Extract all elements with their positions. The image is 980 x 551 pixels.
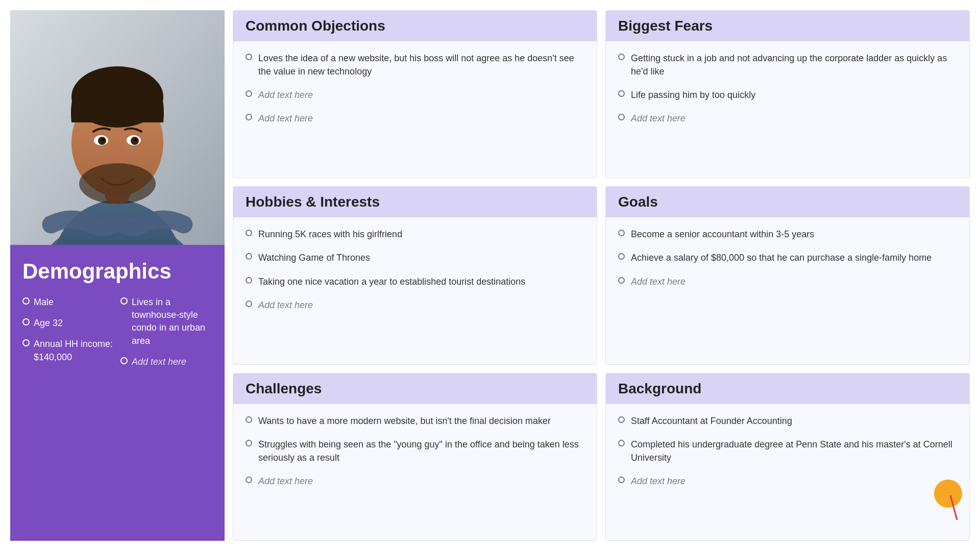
list-item: Running 5K races with his girlfriend	[246, 228, 584, 241]
bullet	[618, 114, 625, 120]
card-header-common-objections: Common Objections	[233, 11, 597, 41]
svg-point-12	[79, 163, 156, 204]
svg-point-10	[102, 138, 105, 141]
card-title-challenges: Challenges	[246, 381, 584, 397]
card-title-hobbies-interests: Hobbies & Interests	[246, 194, 584, 210]
bullet	[246, 253, 252, 260]
bullet	[246, 300, 252, 307]
bullet	[246, 90, 252, 97]
demographics-title: Demographics	[22, 259, 212, 284]
list-item: Become a senior accountant within 3-5 ye…	[618, 228, 957, 241]
bullet	[618, 440, 625, 446]
bullet	[246, 416, 252, 423]
demo-item-income: Annual HH income: $140,000	[22, 338, 114, 363]
bullet	[246, 54, 252, 60]
card-title-background: Background	[618, 381, 957, 397]
list-item: Staff Accountant at Founder Accounting	[618, 414, 957, 428]
card-hobbies-interests: Hobbies & Interests Running 5K races wit…	[233, 186, 597, 364]
card-header-goals: Goals	[606, 187, 969, 217]
bullet-add	[120, 357, 128, 364]
cursor-decoration	[934, 480, 965, 520]
bullet-income	[22, 339, 30, 346]
card-common-objections: Common Objections Loves the idea of a ne…	[233, 10, 597, 178]
cursor-circle	[934, 480, 962, 508]
cards-grid: Common Objections Loves the idea of a ne…	[233, 10, 970, 541]
card-body-biggest-fears: Getting stuck in a job and not advancing…	[606, 52, 969, 125]
card-body-challenges: Wants to have a more modern website, but…	[233, 414, 597, 488]
list-item: Taking one nice vacation a year to estab…	[246, 275, 584, 288]
list-item: Achieve a salary of $80,000 so that he c…	[618, 251, 957, 264]
bullet	[618, 477, 625, 483]
card-background: Background Staff Accountant at Founder A…	[605, 373, 970, 541]
card-body-background: Staff Accountant at Founder Accounting C…	[606, 414, 969, 488]
bullet	[618, 90, 625, 97]
card-challenges: Challenges Wants to have a more modern w…	[233, 373, 597, 541]
bullet	[246, 440, 252, 446]
demographics-box: Demographics Male Age 32 Annual HH incom…	[10, 245, 225, 535]
bullet-location	[120, 297, 128, 305]
list-item: Completed his undergraduate degree at Pe…	[618, 438, 957, 464]
demo-item-add[interactable]: Add text here	[120, 356, 212, 368]
bullet	[246, 477, 252, 483]
card-header-hobbies-interests: Hobbies & Interests	[233, 187, 597, 217]
demo-item-age: Age 32	[22, 317, 114, 330]
svg-point-11	[134, 138, 137, 141]
bullet	[246, 114, 252, 120]
demo-item-location: Lives in a townhouse-style condo in an u…	[120, 296, 212, 347]
demo-item-male: Male	[22, 296, 114, 309]
card-title-common-objections: Common Objections	[246, 18, 584, 34]
bullet	[618, 253, 625, 260]
demographics-grid: Male Age 32 Annual HH income: $140,000	[22, 296, 212, 368]
list-item: Watching Game of Thrones	[246, 251, 584, 264]
card-header-background: Background	[606, 373, 969, 404]
list-item[interactable]: Add text here	[246, 88, 584, 102]
list-item[interactable]: Add text here	[246, 298, 584, 312]
bullet	[618, 54, 625, 60]
card-goals: Goals Become a senior accountant within …	[605, 186, 970, 364]
list-item: Getting stuck in a job and not advancing…	[618, 52, 957, 78]
page-container: Demographics Male Age 32 Annual HH incom…	[0, 0, 980, 551]
bullet	[246, 277, 252, 284]
card-header-challenges: Challenges	[233, 373, 597, 404]
list-item: Struggles with being seen as the "young …	[246, 438, 584, 464]
bullet	[618, 230, 625, 236]
bullet-male	[22, 297, 30, 305]
list-item[interactable]: Add text here	[618, 474, 957, 488]
list-item: Loves the idea of a new website, but his…	[246, 52, 584, 78]
list-item[interactable]: Add text here	[246, 474, 584, 488]
left-column: Demographics Male Age 32 Annual HH incom…	[10, 10, 225, 541]
card-body-goals: Become a senior accountant within 3-5 ye…	[606, 228, 969, 288]
list-item[interactable]: Add text here	[618, 275, 957, 288]
list-item[interactable]: Add text here	[618, 112, 957, 125]
bullet	[246, 230, 252, 236]
card-title-goals: Goals	[618, 194, 957, 210]
bullet	[618, 277, 625, 284]
list-item[interactable]: Add text here	[246, 112, 584, 125]
card-body-common-objections: Loves the idea of a new website, but his…	[233, 52, 597, 125]
list-item: Life passing him by too quickly	[618, 88, 957, 102]
card-header-biggest-fears: Biggest Fears	[606, 11, 969, 41]
card-title-biggest-fears: Biggest Fears	[618, 18, 957, 34]
card-biggest-fears: Biggest Fears Getting stuck in a job and…	[605, 10, 970, 178]
bullet-age	[22, 318, 30, 325]
person-photo	[10, 10, 225, 245]
bullet	[618, 416, 625, 423]
card-body-hobbies-interests: Running 5K races with his girlfriend Wat…	[233, 228, 597, 311]
list-item: Wants to have a more modern website, but…	[246, 414, 584, 428]
demographics-bottom-bar	[10, 535, 225, 541]
